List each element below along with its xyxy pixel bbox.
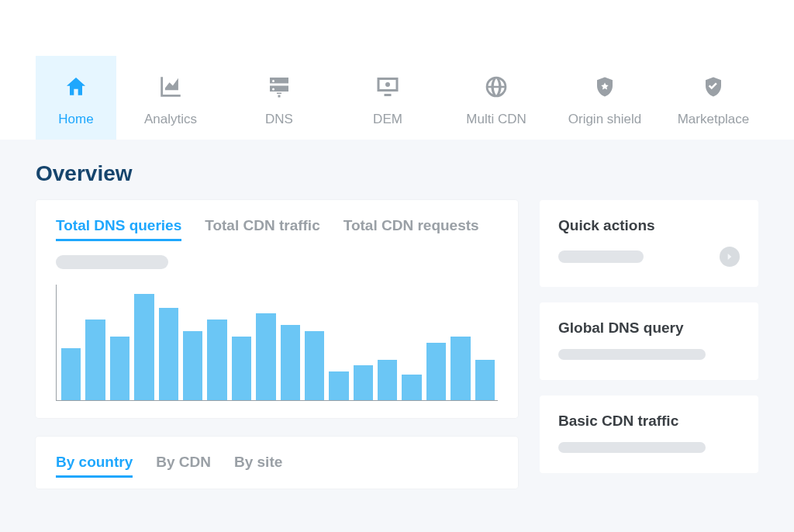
- shield-star-icon: [593, 68, 616, 105]
- shield-check-icon: [702, 68, 725, 105]
- chart-bar: [232, 337, 251, 400]
- tab-total-cdn-traffic[interactable]: Total CDN traffic: [205, 217, 319, 241]
- chart-bar: [256, 313, 275, 400]
- dns-queries-chart: [56, 285, 498, 401]
- global-dns-skeleton: [558, 349, 706, 360]
- global-dns-card: Global DNS query: [540, 302, 758, 380]
- chart-bar: [354, 365, 373, 400]
- chart-bar: [183, 331, 202, 400]
- chart-bar: [451, 337, 470, 400]
- chart-bar: [159, 308, 178, 400]
- tab-by-cdn[interactable]: By CDN: [156, 454, 211, 478]
- tab-total-dns-queries[interactable]: Total DNS queries: [56, 217, 181, 241]
- quick-actions-title: Quick actions: [558, 217, 740, 234]
- chart-bar: [402, 375, 421, 400]
- chart-bar: [281, 325, 300, 400]
- tab-by-country[interactable]: By country: [56, 454, 133, 478]
- nav-item-home[interactable]: Home: [36, 56, 116, 140]
- nav-label: Home: [58, 112, 93, 127]
- overview-card: Total DNS queries Total CDN traffic Tota…: [36, 200, 518, 418]
- globe-icon: [484, 68, 509, 105]
- chart-bar: [329, 371, 348, 400]
- global-dns-title: Global DNS query: [558, 320, 740, 337]
- nav-label: Multi CDN: [466, 112, 526, 127]
- basic-cdn-title: Basic CDN traffic: [558, 413, 740, 430]
- geo-card: By country By CDN By site: [36, 437, 518, 489]
- chart-bar: [85, 320, 105, 400]
- nav-label: DNS: [265, 112, 293, 127]
- nav-item-marketplace[interactable]: Marketplace: [659, 56, 768, 140]
- quick-actions-card: Quick actions: [540, 200, 758, 287]
- page-title: Overview: [36, 161, 758, 186]
- basic-cdn-card: Basic CDN traffic: [540, 396, 758, 473]
- chart-bar: [475, 360, 495, 400]
- chart-bar: [426, 343, 446, 401]
- arrow-right-icon[interactable]: [720, 247, 740, 267]
- nav-item-multicdn[interactable]: Multi CDN: [442, 56, 551, 140]
- quick-action-skeleton: [558, 250, 644, 263]
- content-area: Overview Total DNS queries Total CDN tra…: [0, 140, 794, 532]
- nav-item-analytics[interactable]: Analytics: [116, 56, 225, 140]
- chart-bar: [134, 294, 154, 400]
- nav-item-origin-shield[interactable]: Origin shield: [551, 56, 659, 140]
- chart-bar: [207, 320, 226, 400]
- nav-label: Analytics: [144, 112, 197, 127]
- nav-item-dns[interactable]: DNS: [225, 56, 333, 140]
- chart-bar: [378, 360, 397, 400]
- basic-cdn-skeleton: [558, 442, 706, 453]
- chart-subtitle-skeleton: [56, 255, 168, 269]
- top-nav: Home Analytics DNS DEM Multi CDN Origin …: [0, 56, 794, 140]
- nav-label: DEM: [373, 112, 402, 127]
- geo-tabs: By country By CDN By site: [56, 454, 498, 478]
- overview-tabs: Total DNS queries Total CDN traffic Tota…: [56, 217, 498, 241]
- tab-total-cdn-requests[interactable]: Total CDN requests: [343, 217, 479, 241]
- chart-bar: [110, 337, 129, 400]
- analytics-icon: [157, 68, 184, 105]
- home-icon: [64, 68, 88, 105]
- chart-bar: [305, 331, 324, 400]
- tab-by-site[interactable]: By site: [234, 454, 282, 478]
- chart-bar: [61, 348, 81, 400]
- dem-icon: [374, 68, 402, 105]
- dns-icon: [265, 68, 293, 105]
- nav-label: Marketplace: [678, 112, 750, 127]
- nav-item-dem[interactable]: DEM: [333, 56, 442, 140]
- nav-label: Origin shield: [568, 112, 642, 127]
